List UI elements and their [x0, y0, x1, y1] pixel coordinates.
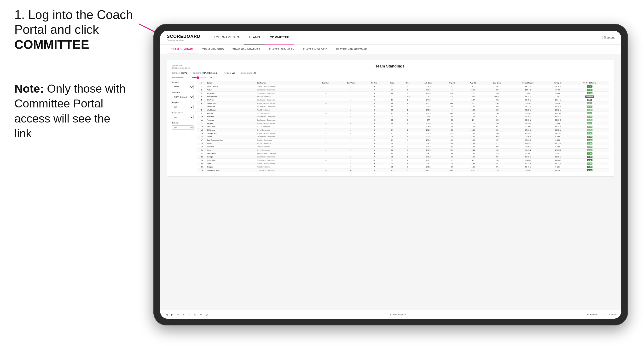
- cell-rnds: 18: [384, 98, 400, 102]
- division-filter-display: Division: NCAA Division I: [193, 72, 218, 74]
- cell-conf: Southern Conference: [256, 139, 314, 142]
- cell-overall-record: 82-02-1: [510, 142, 546, 145]
- cell-overall-record: 96-29-2: [510, 102, 546, 105]
- cell-rank: 24: [197, 162, 206, 165]
- cell-vs-top-25: 9-18-1: [546, 165, 570, 169]
- table-row: 2AuburnSoutheastern Conference—19276273.…: [197, 88, 609, 92]
- cell-avg-sg: -6.2: [441, 92, 462, 95]
- cell-vs-top-50: 85.83: [570, 152, 609, 155]
- cell-reg-rank: —: [314, 88, 338, 92]
- col-low-score: Low Score: [484, 81, 510, 85]
- nav-teams[interactable]: TEAMS: [244, 31, 265, 44]
- cell-school: Virginia: [206, 122, 256, 125]
- table-row: 6Florida StateAtlantic Coast Conference—…: [197, 102, 609, 105]
- watch-button[interactable]: 👁 Watch ▾: [587, 314, 598, 316]
- cell-adj-score: 279.2: [416, 155, 442, 159]
- toolbar-clock-btn[interactable]: ◷: [205, 313, 209, 316]
- nav-committee[interactable]: COMMITTEE: [265, 31, 294, 44]
- cell-rank: 8: [197, 108, 206, 112]
- cell-wins: 2: [400, 145, 415, 149]
- table-row: 11ArkansasSoutheastern Conference—682382…: [197, 118, 609, 122]
- cell-low-score: 270: [484, 169, 510, 172]
- watch-icon: 👁: [587, 314, 589, 316]
- cell-conf-rank: 7: [338, 135, 364, 139]
- toolbar-back-btn[interactable]: ◀: [165, 313, 168, 316]
- cell-avg-rd: 1.85: [462, 132, 484, 135]
- subnav-player-h2h-grid[interactable]: PLAYER H2H GRID: [299, 44, 332, 54]
- cell-rank: 14: [197, 129, 206, 132]
- cell-avg-rd: 2.7: [462, 85, 484, 88]
- division-select[interactable]: NCAA Division I: [172, 95, 194, 99]
- toolbar-home-btn[interactable]: ⊞: [182, 313, 186, 316]
- cell-rank: 2: [197, 88, 206, 92]
- min-rounds-slider[interactable]: [192, 77, 206, 78]
- cell-reg-rank: —: [314, 152, 338, 155]
- cell-reg-rank: —: [314, 149, 338, 152]
- cell-reg-rank: —: [314, 169, 338, 172]
- subnav-team-h2h-grid[interactable]: TEAM H2H GRID: [198, 44, 228, 54]
- cell-conf: Atlantic Coast Conference: [256, 85, 314, 88]
- subnav-team-summary[interactable]: TEAM SUMMARY: [167, 44, 198, 54]
- cell-rank: 7: [197, 105, 206, 108]
- cell-wins: 0: [400, 169, 415, 172]
- cell-low-score: 268: [484, 122, 510, 125]
- cell-reg-rank: —: [314, 98, 338, 102]
- table-row: 18IllinoisBig Ten Conference—18235279.1-…: [197, 142, 609, 145]
- cell-conf-rank: 2: [338, 92, 364, 95]
- subnav-player-summary[interactable]: PLAYER SUMMARY: [264, 44, 299, 54]
- cell-rnds: 24: [384, 135, 400, 139]
- toolbar-right: 👁 Watch ▾ ⤢ ↗ Share: [587, 313, 616, 316]
- toolbar-bookmark-btn[interactable]: ☆: [188, 313, 191, 316]
- cell-adj-score: 276.9: [416, 125, 442, 129]
- cell-wins: 2: [400, 105, 415, 108]
- cell-conf-rank: 1: [338, 88, 364, 92]
- cell-no-tour: 6: [364, 115, 385, 118]
- cell-conf-rank: 2: [338, 108, 364, 112]
- cell-vs-top-50: 85.16: [570, 139, 609, 142]
- toolbar-forward-btn[interactable]: ▶: [170, 313, 174, 316]
- cell-wins: 6: [400, 88, 415, 92]
- gender-select[interactable]: Men's: [172, 85, 194, 89]
- cell-conf-rank: 3: [338, 112, 364, 115]
- table-row: 24DukeAtlantic Coast Conference—59271279…: [197, 162, 609, 165]
- subnav-team-h2h-heatmap[interactable]: TEAM H2H HEATMAP: [228, 44, 264, 54]
- cell-conf-rank: 4: [338, 132, 364, 135]
- cell-adj-score: 280.7: [416, 169, 442, 172]
- cell-vs-top-50: undefined: [570, 95, 609, 98]
- view-original-btn[interactable]: ⊞ View: Original: [390, 314, 406, 316]
- nav-tournaments[interactable]: TOURNAMENTS: [209, 31, 244, 44]
- sign-out-button[interactable]: | Sign out: [602, 36, 614, 39]
- cell-conf: Southeastern Conference: [256, 118, 314, 122]
- toolbar-reload-btn[interactable]: ↻: [176, 313, 180, 316]
- school-select[interactable]: (All): [172, 125, 194, 130]
- cell-vs-top-50: 80.94: [570, 125, 609, 129]
- cell-vs-top-25: 8-14-0: [546, 145, 570, 149]
- cell-reg-rank: —: [314, 162, 338, 165]
- table-row: 21New MexicoMountain West Conference—193…: [197, 152, 609, 155]
- col-rank: #: [197, 81, 206, 85]
- toolbar-more-btn[interactable]: •••: [199, 313, 203, 316]
- cell-avg-sg: -1.8: [441, 169, 462, 172]
- cell-avg-sg: -4.6: [441, 112, 462, 115]
- share-button[interactable]: ↗ Share: [608, 314, 616, 316]
- division-filter-group: Division NCAA Division I: [172, 91, 194, 99]
- cell-wins: 4: [400, 85, 415, 88]
- conference-select[interactable]: (All): [172, 115, 194, 119]
- toolbar-tab-btn[interactable]: ⊡: [193, 313, 197, 316]
- cell-vs-top-25: 12-13-0: [546, 142, 570, 145]
- cell-avg-sg: -4.4: [441, 102, 462, 105]
- standings-table: # School Conference Reg Rank Conf Rank N…: [197, 81, 609, 172]
- fullscreen-btn[interactable]: ⤢: [601, 313, 605, 316]
- divider: |: [602, 36, 603, 39]
- cell-reg-rank: —: [314, 142, 338, 145]
- subnav-player-h2h-heatmap[interactable]: PLAYER H2H HEATMAP: [332, 44, 371, 54]
- region-select[interactable]: N/A: [172, 105, 194, 109]
- cell-adj-score: 273.5: [416, 85, 442, 88]
- cell-overall-record: 86-25-1: [510, 108, 546, 112]
- col-no-tour: No Tour: [364, 81, 385, 85]
- cell-wins: 4: [400, 139, 415, 142]
- cell-reg-rank: —: [314, 108, 338, 112]
- cell-rank: 1: [197, 85, 206, 88]
- cell-avg-rd: 1.3: [462, 159, 484, 162]
- col-conference: Conference: [256, 81, 314, 85]
